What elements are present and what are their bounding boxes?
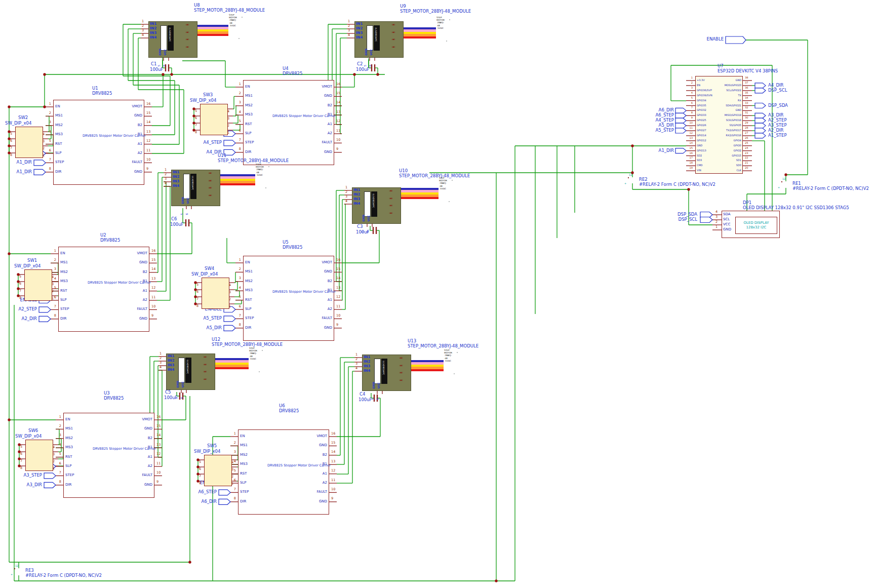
driver-pin-name: B2 xyxy=(328,104,332,107)
esp32-pin-number: 18 xyxy=(689,162,693,164)
driver-pin-name: DIR xyxy=(65,483,71,487)
stepper-motor-U11[interactable]: STEP MOTOR28BYJ-485VDC xyxy=(259,169,260,170)
driver-pin-name: GND xyxy=(324,270,332,273)
dip-ref: SW4 xyxy=(205,266,214,271)
module-vcc-label: VCC xyxy=(370,49,373,55)
net-label[interactable]: A5_STEP xyxy=(203,316,222,321)
motor-mount-ear xyxy=(259,371,260,372)
net-label[interactable]: A6_STEP xyxy=(198,490,217,494)
oled-pin-number: 2 xyxy=(715,220,718,224)
module-pin-name: IN3 xyxy=(168,364,174,367)
net-label[interactable]: A1_DIR xyxy=(17,170,32,174)
net-label[interactable]: A3_STEP xyxy=(768,123,787,128)
net-label[interactable]: A4_STEP xyxy=(203,140,222,145)
dip-switch-SW4[interactable] xyxy=(202,278,229,309)
net-label[interactable]: A5_DIR xyxy=(207,326,222,330)
dip-pin-number: 4 xyxy=(231,461,233,464)
driver-symbol-U5[interactable] xyxy=(243,256,334,341)
stepper-motor-U9[interactable]: STEP MOTOR28BYJ-485VDC xyxy=(440,22,441,23)
driver-pin-name: GND xyxy=(134,114,142,117)
dip-switch-SW3[interactable] xyxy=(200,104,228,135)
capacitor-value: 100uF xyxy=(356,230,370,234)
net-label[interactable]: DSP_SDA xyxy=(768,103,788,108)
esp32-pin-number: 34 xyxy=(745,97,748,99)
net-label[interactable]: A2_DIR xyxy=(22,317,37,321)
driver-pin-name: B1 xyxy=(328,113,332,116)
motor-mount-ear xyxy=(262,350,263,351)
led-indicator: LED xyxy=(205,357,206,358)
driver-symbol-U3[interactable] xyxy=(63,413,154,498)
net-label[interactable]: A2_DIR xyxy=(768,128,783,133)
driver-symbol-U1[interactable] xyxy=(53,100,144,185)
net-label[interactable]: A6_DIR xyxy=(659,108,674,112)
driver-pin-number: 13 xyxy=(336,110,340,114)
net-label[interactable]: ENABLE xyxy=(707,37,724,42)
stepper-motor-U10[interactable]: STEP MOTOR28BYJ-485VDC xyxy=(443,183,444,184)
led-indicator: LED xyxy=(393,39,394,40)
driver-pin-number: 9 xyxy=(146,167,148,171)
driver-symbol-U2[interactable] xyxy=(58,247,149,332)
oled-ref: DP1 xyxy=(743,201,751,205)
dip-switch-SW5[interactable] xyxy=(204,455,232,486)
motor-mount-ear xyxy=(268,166,269,167)
stepper-motor-U8[interactable]: STEP MOTOR28BYJ-485VDC xyxy=(232,20,233,21)
driver-pin-number: 16 xyxy=(331,432,335,436)
driver-pin-number: 14 xyxy=(146,121,150,124)
module-pin-name: IN2 xyxy=(168,359,174,363)
net-label[interactable]: DSP_SCL xyxy=(768,88,787,93)
driver-pin-number: 12 xyxy=(151,286,155,290)
module-pin-number: 3 xyxy=(348,29,350,32)
driver-pin-number: 13 xyxy=(156,443,161,447)
led-indicator: LED xyxy=(401,358,402,359)
net-label[interactable]: A2_STEP xyxy=(768,118,787,123)
esp32-pin-name: SCL/GPIO22 xyxy=(726,89,741,92)
led-label: LED xyxy=(186,46,189,48)
net-label[interactable]: A1_DIR xyxy=(17,160,32,165)
net-label[interactable]: A3_STEP xyxy=(23,473,42,478)
module-pin-number: 6 xyxy=(163,65,166,67)
stepper-motor-U12[interactable]: STEP MOTOR28BYJ-485VDC xyxy=(253,353,254,354)
driver-pin-number: 12 xyxy=(146,139,150,143)
net-label[interactable]: A6_STEP xyxy=(655,113,674,117)
dip-value: SW_DIP_x04 xyxy=(15,434,42,439)
driver-pin-name: SLP xyxy=(65,464,72,468)
net-label[interactable]: A1_STEP xyxy=(768,133,787,138)
net-label[interactable]: A4_DIR xyxy=(768,83,783,88)
module-gnd-label: GND xyxy=(159,49,162,56)
net-label[interactable]: DSP_SDA xyxy=(678,212,697,217)
relay-symbol-RE1[interactable] xyxy=(781,181,782,182)
driver-pin-name: A2 xyxy=(328,307,332,311)
relay-symbol-RE3[interactable] xyxy=(14,568,15,569)
net-label[interactable]: A5_STEP xyxy=(655,128,674,133)
driver-pin-name: EN xyxy=(240,435,245,438)
dip-switch-SW1[interactable] xyxy=(24,269,52,301)
net-label[interactable]: A2_STEP xyxy=(18,307,37,311)
driver-pin-name: STEP xyxy=(65,474,74,477)
led-label: LED xyxy=(209,172,212,174)
net-label[interactable]: A4_STEP xyxy=(655,118,674,123)
relay-pin-marks: 12 xyxy=(782,178,785,180)
net-label[interactable]: A5_DIR xyxy=(659,123,674,128)
driver-pin-name: MS3 xyxy=(245,113,253,116)
dip-switch-SW6[interactable] xyxy=(25,440,53,471)
net-label[interactable]: A1_DIR xyxy=(659,148,674,153)
driver-pin-name: RST xyxy=(55,142,62,146)
led-indicator: LED xyxy=(187,47,188,48)
module-pin-name: IN1 xyxy=(150,22,156,26)
driver-pin-number: 14 xyxy=(151,267,155,271)
driver-pin-name: EN xyxy=(60,252,65,255)
net-label[interactable]: A3_DIR xyxy=(27,483,42,487)
net-label[interactable]: DSP_SCL xyxy=(679,217,697,222)
relay-symbol-RE2[interactable] xyxy=(628,177,629,178)
dip-pin-number: 3 xyxy=(227,117,229,121)
esp32-pin-number: 21 xyxy=(745,162,748,164)
driver-symbol-U6[interactable] xyxy=(238,429,329,515)
driver-symbol-U4[interactable] xyxy=(243,80,334,165)
driver-pin-number: 7 xyxy=(49,158,51,162)
dip-switch-SW2[interactable] xyxy=(15,127,43,158)
net-label[interactable]: A6_DIR xyxy=(202,499,217,504)
led-indicator: LED xyxy=(187,32,188,33)
stepper-motor-U13[interactable]: STEP MOTOR28BYJ-485VDC xyxy=(448,355,449,356)
led-indicator: LED xyxy=(210,180,211,181)
net-label[interactable]: A3_DIR xyxy=(768,113,783,117)
